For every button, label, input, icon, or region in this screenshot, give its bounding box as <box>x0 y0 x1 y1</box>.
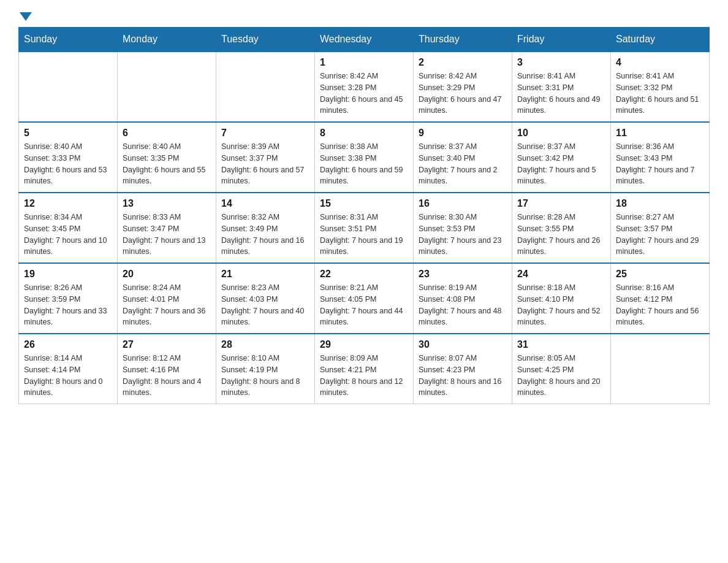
page-header <box>18 12 710 21</box>
day-info: Sunrise: 8:41 AMSunset: 3:31 PMDaylight:… <box>517 71 605 117</box>
calendar-cell: 28Sunrise: 8:10 AMSunset: 4:19 PMDayligh… <box>216 334 315 404</box>
calendar-week-row: 5Sunrise: 8:40 AMSunset: 3:33 PMDaylight… <box>19 122 710 193</box>
day-info: Sunrise: 8:41 AMSunset: 3:32 PMDaylight:… <box>616 71 704 117</box>
calendar-week-row: 1Sunrise: 8:42 AMSunset: 3:28 PMDaylight… <box>19 52 710 122</box>
day-number: 1 <box>320 57 408 68</box>
day-info: Sunrise: 8:07 AMSunset: 4:23 PMDaylight:… <box>419 353 507 399</box>
calendar-cell: 20Sunrise: 8:24 AMSunset: 4:01 PMDayligh… <box>118 263 216 334</box>
calendar-cell: 18Sunrise: 8:27 AMSunset: 3:57 PMDayligh… <box>611 193 710 263</box>
calendar-cell: 12Sunrise: 8:34 AMSunset: 3:45 PMDayligh… <box>19 193 118 263</box>
day-number: 24 <box>517 269 605 280</box>
calendar-cell: 4Sunrise: 8:41 AMSunset: 3:32 PMDaylight… <box>611 52 710 122</box>
header-friday: Friday <box>512 28 611 52</box>
day-info: Sunrise: 8:21 AMSunset: 4:05 PMDaylight:… <box>320 282 408 328</box>
calendar-cell: 17Sunrise: 8:28 AMSunset: 3:55 PMDayligh… <box>512 193 611 263</box>
day-number: 12 <box>24 198 112 209</box>
day-info: Sunrise: 8:34 AMSunset: 3:45 PMDaylight:… <box>24 212 112 258</box>
logo <box>18 12 33 21</box>
calendar-cell: 15Sunrise: 8:31 AMSunset: 3:51 PMDayligh… <box>315 193 414 263</box>
calendar-cell: 22Sunrise: 8:21 AMSunset: 4:05 PMDayligh… <box>315 263 414 334</box>
calendar-cell: 8Sunrise: 8:38 AMSunset: 3:38 PMDaylight… <box>315 122 414 193</box>
day-number: 15 <box>320 198 408 209</box>
header-thursday: Thursday <box>414 28 512 52</box>
day-info: Sunrise: 8:33 AMSunset: 3:47 PMDaylight:… <box>123 212 211 258</box>
day-number: 18 <box>616 198 704 209</box>
header-tuesday: Tuesday <box>216 28 315 52</box>
day-number: 3 <box>517 57 605 68</box>
day-number: 10 <box>517 128 605 139</box>
day-info: Sunrise: 8:28 AMSunset: 3:55 PMDaylight:… <box>517 212 605 258</box>
day-number: 27 <box>123 339 211 350</box>
day-number: 28 <box>221 339 309 350</box>
day-number: 26 <box>24 339 112 350</box>
day-number: 4 <box>616 57 704 68</box>
header-monday: Monday <box>118 28 216 52</box>
day-info: Sunrise: 8:39 AMSunset: 3:37 PMDaylight:… <box>221 141 309 187</box>
day-number: 22 <box>320 269 408 280</box>
day-info: Sunrise: 8:19 AMSunset: 4:08 PMDaylight:… <box>419 282 507 328</box>
day-number: 19 <box>24 269 112 280</box>
calendar-cell <box>611 334 710 404</box>
calendar-cell: 6Sunrise: 8:40 AMSunset: 3:35 PMDaylight… <box>118 122 216 193</box>
day-info: Sunrise: 8:16 AMSunset: 4:12 PMDaylight:… <box>616 282 704 328</box>
day-info: Sunrise: 8:09 AMSunset: 4:21 PMDaylight:… <box>320 353 408 399</box>
day-info: Sunrise: 8:42 AMSunset: 3:29 PMDaylight:… <box>419 71 507 117</box>
day-number: 16 <box>419 198 507 209</box>
calendar-cell: 24Sunrise: 8:18 AMSunset: 4:10 PMDayligh… <box>512 263 611 334</box>
calendar-cell: 7Sunrise: 8:39 AMSunset: 3:37 PMDaylight… <box>216 122 315 193</box>
day-number: 30 <box>419 339 507 350</box>
day-info: Sunrise: 8:42 AMSunset: 3:28 PMDaylight:… <box>320 71 408 117</box>
calendar-cell: 2Sunrise: 8:42 AMSunset: 3:29 PMDaylight… <box>414 52 512 122</box>
calendar-cell: 19Sunrise: 8:26 AMSunset: 3:59 PMDayligh… <box>19 263 118 334</box>
day-number: 17 <box>517 198 605 209</box>
day-info: Sunrise: 8:31 AMSunset: 3:51 PMDaylight:… <box>320 212 408 258</box>
day-info: Sunrise: 8:37 AMSunset: 3:40 PMDaylight:… <box>419 141 507 187</box>
day-info: Sunrise: 8:12 AMSunset: 4:16 PMDaylight:… <box>123 353 211 399</box>
day-number: 25 <box>616 269 704 280</box>
day-info: Sunrise: 8:27 AMSunset: 3:57 PMDaylight:… <box>616 212 704 258</box>
day-info: Sunrise: 8:37 AMSunset: 3:42 PMDaylight:… <box>517 141 605 187</box>
calendar-cell: 23Sunrise: 8:19 AMSunset: 4:08 PMDayligh… <box>414 263 512 334</box>
day-number: 11 <box>616 128 704 139</box>
header-row: SundayMondayTuesdayWednesdayThursdayFrid… <box>19 28 710 52</box>
calendar-cell: 1Sunrise: 8:42 AMSunset: 3:28 PMDaylight… <box>315 52 414 122</box>
header-wednesday: Wednesday <box>315 28 414 52</box>
calendar-cell: 5Sunrise: 8:40 AMSunset: 3:33 PMDaylight… <box>19 122 118 193</box>
calendar-cell: 26Sunrise: 8:14 AMSunset: 4:14 PMDayligh… <box>19 334 118 404</box>
calendar-cell: 13Sunrise: 8:33 AMSunset: 3:47 PMDayligh… <box>118 193 216 263</box>
calendar-week-row: 19Sunrise: 8:26 AMSunset: 3:59 PMDayligh… <box>19 263 710 334</box>
calendar-table: SundayMondayTuesdayWednesdayThursdayFrid… <box>18 27 710 404</box>
day-number: 13 <box>123 198 211 209</box>
calendar-cell: 29Sunrise: 8:09 AMSunset: 4:21 PMDayligh… <box>315 334 414 404</box>
day-number: 31 <box>517 339 605 350</box>
day-number: 6 <box>123 128 211 139</box>
logo-triangle-icon <box>20 12 32 21</box>
day-info: Sunrise: 8:18 AMSunset: 4:10 PMDaylight:… <box>517 282 605 328</box>
calendar-cell: 9Sunrise: 8:37 AMSunset: 3:40 PMDaylight… <box>414 122 512 193</box>
day-number: 9 <box>419 128 507 139</box>
calendar-cell: 10Sunrise: 8:37 AMSunset: 3:42 PMDayligh… <box>512 122 611 193</box>
calendar-cell: 30Sunrise: 8:07 AMSunset: 4:23 PMDayligh… <box>414 334 512 404</box>
header-sunday: Sunday <box>19 28 118 52</box>
day-number: 7 <box>221 128 309 139</box>
day-info: Sunrise: 8:05 AMSunset: 4:25 PMDaylight:… <box>517 353 605 399</box>
day-info: Sunrise: 8:40 AMSunset: 3:35 PMDaylight:… <box>123 141 211 187</box>
day-number: 14 <box>221 198 309 209</box>
header-saturday: Saturday <box>611 28 710 52</box>
day-info: Sunrise: 8:24 AMSunset: 4:01 PMDaylight:… <box>123 282 211 328</box>
day-number: 29 <box>320 339 408 350</box>
calendar-week-row: 26Sunrise: 8:14 AMSunset: 4:14 PMDayligh… <box>19 334 710 404</box>
day-info: Sunrise: 8:36 AMSunset: 3:43 PMDaylight:… <box>616 141 704 187</box>
calendar-cell: 11Sunrise: 8:36 AMSunset: 3:43 PMDayligh… <box>611 122 710 193</box>
day-info: Sunrise: 8:38 AMSunset: 3:38 PMDaylight:… <box>320 141 408 187</box>
calendar-header: SundayMondayTuesdayWednesdayThursdayFrid… <box>19 28 710 52</box>
day-info: Sunrise: 8:32 AMSunset: 3:49 PMDaylight:… <box>221 212 309 258</box>
day-info: Sunrise: 8:40 AMSunset: 3:33 PMDaylight:… <box>24 141 112 187</box>
day-info: Sunrise: 8:26 AMSunset: 3:59 PMDaylight:… <box>24 282 112 328</box>
day-number: 20 <box>123 269 211 280</box>
day-info: Sunrise: 8:30 AMSunset: 3:53 PMDaylight:… <box>419 212 507 258</box>
calendar-week-row: 12Sunrise: 8:34 AMSunset: 3:45 PMDayligh… <box>19 193 710 263</box>
day-number: 23 <box>419 269 507 280</box>
calendar-cell <box>216 52 315 122</box>
calendar-cell: 21Sunrise: 8:23 AMSunset: 4:03 PMDayligh… <box>216 263 315 334</box>
